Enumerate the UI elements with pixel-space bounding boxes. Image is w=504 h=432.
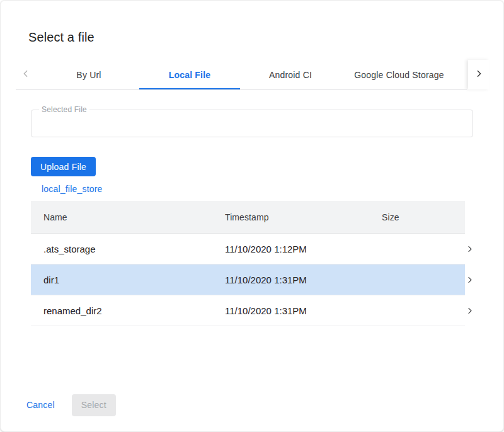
table-row[interactable]: dir1 11/10/2020 1:31PM (31, 264, 465, 295)
chevron-right-icon (474, 69, 484, 81)
tab-google-cloud-storage[interactable]: Google Cloud Storage (341, 60, 457, 89)
local-file-store-link[interactable]: local_file_store (42, 184, 103, 194)
cell-timestamp: 11/10/2020 1:31PM (225, 275, 382, 285)
column-header-name: Name (31, 212, 225, 222)
tabbar-divider (16, 89, 467, 90)
selected-file-field: Selected File (31, 110, 473, 137)
chevron-right-icon (464, 306, 474, 315)
tab-list: By Url Local File Android CI Google Clou… (38, 60, 457, 89)
cell-timestamp: 11/10/2020 1:31PM (225, 305, 382, 316)
tab-android-ci[interactable]: Android CI (240, 60, 341, 89)
tab-bar: By Url Local File Android CI Google Clou… (1, 60, 503, 90)
page-title: Select a file (28, 30, 94, 45)
upload-file-button[interactable]: Upload File (31, 157, 96, 176)
dialog-actions: Cancel Select (21, 394, 116, 416)
chevron-right-icon (464, 244, 474, 254)
selected-file-input[interactable] (32, 110, 472, 137)
select-button[interactable]: Select (72, 394, 116, 416)
chevron-left-icon (21, 69, 31, 81)
column-header-size: Size (382, 212, 465, 222)
table-row[interactable]: renamed_dir2 11/10/2020 1:31PM (31, 295, 465, 326)
cell-name: renamed_dir2 (31, 305, 225, 316)
tab-local-file[interactable]: Local File (139, 60, 240, 89)
table-row[interactable]: .ats_storage 11/10/2020 1:12PM (31, 234, 465, 264)
table-header-row: Name Timestamp Size (31, 201, 465, 234)
selected-file-label: Selected File (39, 105, 89, 114)
cell-timestamp: 11/10/2020 1:12PM (225, 244, 382, 254)
cell-name: .ats_storage (31, 244, 225, 254)
tabs-scroll-left-button[interactable] (16, 60, 36, 89)
cancel-button[interactable]: Cancel (21, 395, 60, 415)
chevron-right-icon (464, 275, 474, 285)
cell-name: dir1 (31, 275, 225, 285)
select-file-dialog: Select a file By Url Local File Android … (0, 0, 504, 432)
tab-by-url[interactable]: By Url (38, 60, 139, 89)
tabs-scroll-right-button[interactable] (468, 60, 490, 89)
file-table: Name Timestamp Size .ats_storage 11/10/2… (31, 201, 465, 326)
column-header-timestamp: Timestamp (225, 212, 382, 222)
